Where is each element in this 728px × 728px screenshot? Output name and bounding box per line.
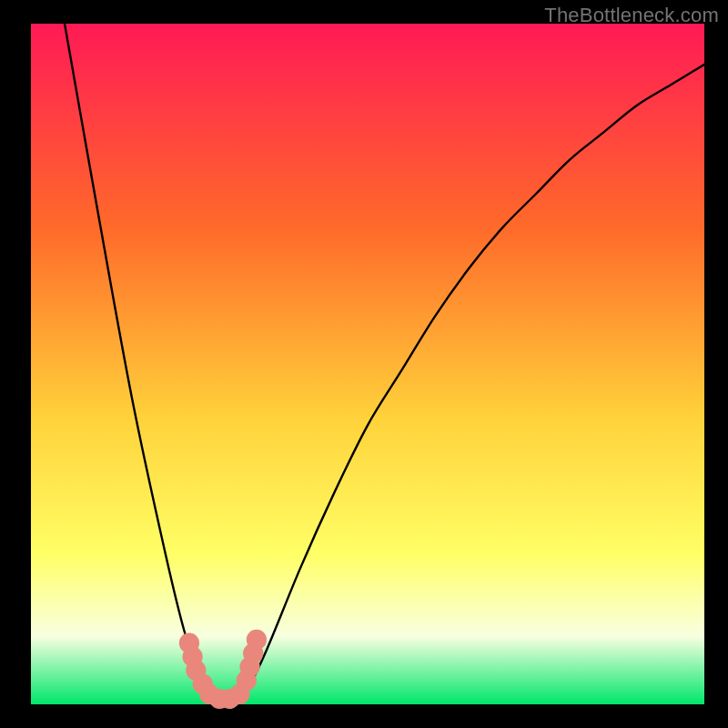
bottleneck-chart [0, 0, 728, 728]
chart-container: { "watermark": "TheBottleneck.com", "col… [0, 0, 728, 728]
marker-dot [247, 630, 267, 650]
plot-background [31, 24, 704, 704]
watermark-text: TheBottleneck.com [544, 4, 719, 27]
